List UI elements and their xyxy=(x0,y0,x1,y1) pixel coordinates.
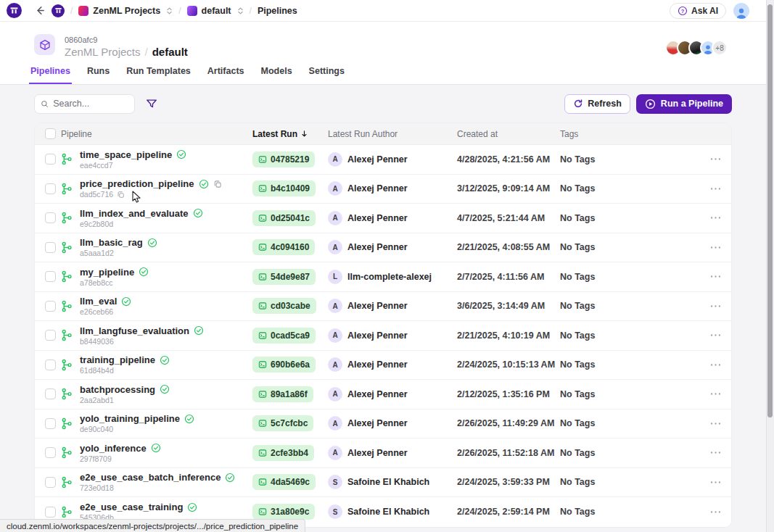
scrollbar xyxy=(766,0,774,532)
row-checkbox[interactable] xyxy=(45,477,56,488)
pipeline-hash: 723e0d18 xyxy=(80,483,114,492)
row-actions-menu-button[interactable] xyxy=(699,363,731,367)
row-actions-menu-button[interactable] xyxy=(699,392,731,396)
zenml-logo-icon[interactable] xyxy=(7,3,22,18)
ask-ai-button[interactable]: ? Ask AI xyxy=(670,3,726,19)
select-all-checkbox[interactable] xyxy=(45,128,56,139)
latest-run-badge[interactable]: 31a80e9c xyxy=(252,504,315,520)
pipeline-name[interactable]: yolo_training_pipeline xyxy=(80,413,180,424)
pipeline-name[interactable]: llm_index_and_evaluate xyxy=(80,208,189,219)
column-header-latest-run[interactable]: Latest Run xyxy=(252,129,328,139)
breadcrumb-org[interactable]: ZenML Projects xyxy=(78,6,173,16)
breadcrumb-project[interactable]: default xyxy=(187,6,244,16)
row-checkbox[interactable] xyxy=(45,447,56,458)
org-switcher-chevron-icon[interactable] xyxy=(166,6,173,16)
row-checkbox[interactable] xyxy=(45,301,56,312)
copy-icon[interactable] xyxy=(213,180,222,188)
author-cell: A Alexej Penner xyxy=(328,446,457,460)
latest-run-badge[interactable]: b4c10409 xyxy=(252,180,316,196)
refresh-button[interactable]: Refresh xyxy=(564,94,630,114)
row-actions-menu-button[interactable] xyxy=(699,157,731,161)
row-actions-menu-button[interactable] xyxy=(699,216,731,220)
user-avatar[interactable] xyxy=(733,3,749,19)
pipeline-name[interactable]: llm_langfuse_evaluation xyxy=(80,325,189,336)
latest-run-badge[interactable]: cd03cabe xyxy=(252,298,316,314)
latest-run-badge[interactable]: 0d25041c xyxy=(252,210,316,226)
latest-run-badge[interactable]: 690b6e6a xyxy=(252,357,316,373)
row-checkbox[interactable] xyxy=(45,154,56,165)
row-actions-menu-button[interactable] xyxy=(699,481,731,484)
row-actions-menu-button[interactable] xyxy=(699,422,731,425)
row-actions-menu-button[interactable] xyxy=(699,246,731,249)
tenant-logo-icon[interactable] xyxy=(52,4,65,17)
latest-run-id: cd03cabe xyxy=(271,301,310,311)
row-checkbox[interactable] xyxy=(45,507,56,518)
author-cell: A Alexej Penner xyxy=(328,240,457,254)
author-name: Alexej Penner xyxy=(347,418,408,428)
terminal-icon xyxy=(258,507,267,516)
row-checkbox[interactable] xyxy=(45,271,56,282)
tab-run-templates[interactable]: Run Templates xyxy=(125,66,192,84)
filter-funnel-icon xyxy=(145,97,158,110)
project-switcher-chevron-icon[interactable] xyxy=(237,6,244,16)
row-actions-menu-button[interactable] xyxy=(699,333,731,337)
pipeline-name[interactable]: time_space_pipeline xyxy=(80,149,172,160)
latest-run-badge[interactable]: 4da5469c xyxy=(252,474,316,490)
tab-artifacts[interactable]: Artifacts xyxy=(206,66,246,84)
row-actions-menu-button[interactable] xyxy=(699,451,731,454)
row-checkbox[interactable] xyxy=(45,418,56,429)
row-checkbox[interactable] xyxy=(45,388,56,399)
latest-run-badge[interactable]: 0cad5ca9 xyxy=(252,328,316,344)
latest-run-badge[interactable]: 2cfe3bb4 xyxy=(252,445,314,461)
row-actions-menu-button[interactable] xyxy=(699,275,731,278)
latest-run-badge[interactable]: 89a1a86f xyxy=(252,386,313,402)
row-checkbox[interactable] xyxy=(45,212,56,223)
pipeline-name[interactable]: training_pipeline xyxy=(80,354,155,365)
row-actions-menu-button[interactable] xyxy=(699,187,731,191)
row-checkbox[interactable] xyxy=(45,330,56,341)
member-overflow-badge[interactable]: +8 xyxy=(712,40,728,56)
tab-pipelines[interactable]: Pipelines xyxy=(29,66,72,84)
row-checkbox[interactable] xyxy=(45,242,56,253)
copy-icon[interactable] xyxy=(117,191,125,199)
pipeline-name[interactable]: my_pipeline xyxy=(80,267,134,278)
search-input[interactable] xyxy=(53,99,128,109)
author-cell: A Alexej Penner xyxy=(328,211,457,225)
pipeline-name[interactable]: yolo_inference xyxy=(80,443,147,454)
ellipsis-icon xyxy=(710,304,721,308)
pipeline-name[interactable]: e2e_use_case_training xyxy=(80,502,183,512)
pipeline-hash: 61d84b4d xyxy=(80,366,114,375)
author-cell: A Alexej Penner xyxy=(328,357,457,372)
row-actions-menu-button[interactable] xyxy=(699,304,731,308)
pipeline-dag-icon xyxy=(61,388,73,400)
back-button[interactable] xyxy=(31,3,47,19)
latest-run-badge[interactable]: 5c7cfcbc xyxy=(252,415,313,431)
latest-run-id: 0cad5ca9 xyxy=(271,331,310,341)
pipeline-name[interactable]: price_prediction_pipeline xyxy=(80,178,194,189)
pipeline-cell: llm_basic_rag a5aaa1d2 xyxy=(61,237,252,257)
latest-run-badge[interactable]: 54de9e87 xyxy=(252,269,316,285)
row-actions-menu-button[interactable] xyxy=(699,510,731,514)
latest-run-id: 31a80e9c xyxy=(271,507,309,517)
filter-button[interactable] xyxy=(142,94,161,113)
table-row: price_prediction_pipeline dad5c716 b4c10… xyxy=(35,175,731,204)
row-checkbox[interactable] xyxy=(45,183,56,194)
pipeline-name[interactable]: e2e_use_case_batch_inference xyxy=(80,472,221,483)
success-check-icon xyxy=(121,296,131,307)
latest-run-badge[interactable]: 4c094160 xyxy=(252,239,315,255)
latest-run-badge[interactable]: 04785219 xyxy=(252,151,315,167)
table-row: my_pipeline a78eb8cc 54de9e87 L llm-comp… xyxy=(35,262,731,292)
pipeline-name[interactable]: llm_eval xyxy=(80,296,117,307)
pipeline-name[interactable]: batchprocessing xyxy=(80,384,155,395)
project-title-org[interactable]: ZenML Projects xyxy=(65,46,140,58)
scrollbar-thumb[interactable] xyxy=(767,4,773,417)
tab-runs[interactable]: Runs xyxy=(86,66,111,84)
ellipsis-icon xyxy=(710,333,721,337)
author-avatar: L xyxy=(328,270,342,284)
tab-settings[interactable]: Settings xyxy=(308,66,346,84)
row-checkbox[interactable] xyxy=(45,359,56,370)
pipeline-name[interactable]: llm_basic_rag xyxy=(80,237,143,248)
ask-ai-label: Ask AI xyxy=(691,6,718,16)
run-pipeline-button[interactable]: Run a Pipeline xyxy=(636,94,732,114)
tab-models[interactable]: Models xyxy=(260,66,294,84)
